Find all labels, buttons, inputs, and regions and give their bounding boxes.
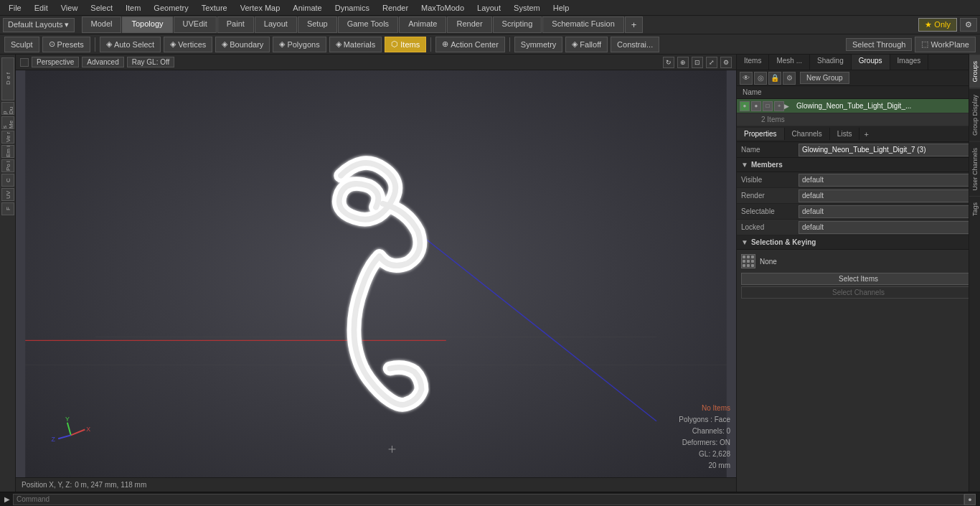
menu-layout[interactable]: Layout bbox=[471, 2, 507, 14]
menu-maxtomodo[interactable]: MaxToModo bbox=[415, 2, 470, 14]
menu-animate[interactable]: Animate bbox=[287, 2, 327, 14]
sidebar-f[interactable]: F bbox=[1, 202, 14, 215]
visible-select[interactable]: default ▾ bbox=[798, 174, 976, 187]
menu-view[interactable]: View bbox=[55, 2, 84, 14]
deformers-status: Deformers: ON bbox=[679, 437, 730, 449]
select-through-button[interactable]: Select Through bbox=[846, 38, 912, 51]
menu-file[interactable]: File bbox=[3, 2, 27, 14]
polygons-button[interactable]: ◈ Polygons bbox=[273, 37, 326, 52]
members-header[interactable]: ▼ Members bbox=[737, 158, 980, 172]
menu-edit[interactable]: Edit bbox=[29, 2, 54, 14]
edge-tab-tags[interactable]: Tags bbox=[969, 196, 980, 222]
tab-scripting[interactable]: Scripting bbox=[493, 17, 542, 33]
tab-layout[interactable]: Layout bbox=[255, 17, 297, 33]
viewport-settings-icon[interactable]: ⚙ bbox=[720, 57, 732, 68]
select-channels-button[interactable]: Select Channels bbox=[741, 286, 976, 299]
selectable-select[interactable]: default ▾ bbox=[798, 205, 976, 218]
tab-render[interactable]: Render bbox=[447, 17, 491, 33]
tab-properties[interactable]: Properties bbox=[737, 128, 785, 140]
render-select[interactable]: default ▾ bbox=[798, 189, 976, 202]
menu-geometry[interactable]: Geometry bbox=[148, 2, 194, 14]
tab-groups[interactable]: Groups bbox=[852, 55, 890, 70]
ray-gl-button[interactable]: Ray GL: Off bbox=[127, 57, 175, 67]
symmetry-button[interactable]: Symmetry bbox=[514, 37, 563, 52]
tab-schematic[interactable]: Schematic Fusion bbox=[542, 17, 623, 33]
sidebar-uv[interactable]: UV bbox=[1, 188, 14, 201]
tab-game-tools[interactable]: Game Tools bbox=[338, 17, 399, 33]
add-prop-tab[interactable]: + bbox=[859, 128, 872, 141]
settings-button[interactable]: ⚙ bbox=[960, 18, 977, 32]
tab-setup[interactable]: Setup bbox=[298, 17, 337, 33]
sidebar-pol[interactable]: Po l bbox=[1, 159, 14, 172]
tab-shading[interactable]: Shading bbox=[810, 55, 852, 70]
menu-system[interactable]: System bbox=[508, 2, 546, 14]
tab-topology[interactable]: Topology bbox=[122, 17, 172, 33]
viewport-rotate-icon[interactable]: ↻ bbox=[663, 57, 674, 68]
locked-select[interactable]: default ▾ bbox=[798, 221, 976, 234]
menu-help[interactable]: Help bbox=[547, 2, 575, 14]
new-group-button[interactable]: New Group bbox=[800, 72, 849, 84]
sidebar-c[interactable]: C bbox=[1, 174, 14, 187]
sculpt-button[interactable]: Sculpt bbox=[4, 37, 39, 52]
sidebar-mesh[interactable]: Me s bbox=[1, 116, 14, 129]
sidebar-em[interactable]: Em i bbox=[1, 145, 14, 158]
edge-tab-group-display[interactable]: Group Display bbox=[969, 88, 980, 141]
tab-lists[interactable]: Lists bbox=[830, 128, 860, 140]
auto-select-button[interactable]: ◈ Auto Select bbox=[100, 37, 161, 52]
sidebar-toggle[interactable]: D e f bbox=[1, 57, 14, 100]
action-center-button[interactable]: ⊕ Action Center bbox=[435, 37, 505, 52]
falloff-button[interactable]: ◈ Falloff bbox=[565, 37, 608, 52]
select-items-button[interactable]: Select Items bbox=[741, 273, 976, 285]
menu-vertex-map[interactable]: Vertex Map bbox=[235, 2, 286, 14]
group-render-icon[interactable]: ● bbox=[751, 101, 761, 111]
workplane-button[interactable]: ⬚ WorkPlane bbox=[915, 37, 976, 52]
tab-items[interactable]: Items bbox=[737, 55, 769, 70]
viewport-menu-icon[interactable] bbox=[20, 58, 29, 67]
viewport-3d[interactable]: X Y Z No Items Polygons : Face Channels:… bbox=[16, 70, 736, 477]
items-button[interactable]: ⬡ Items bbox=[385, 37, 426, 52]
render-label: Render bbox=[741, 192, 798, 200]
group-lock-icon[interactable]: □ bbox=[763, 101, 773, 111]
tab-mesh[interactable]: Mesh ... bbox=[769, 55, 810, 70]
sidebar-vert[interactable]: Ve r bbox=[1, 131, 14, 144]
edge-tab-groups[interactable]: Groups bbox=[969, 55, 980, 88]
menu-texture[interactable]: Texture bbox=[196, 2, 233, 14]
name-input[interactable] bbox=[798, 144, 976, 156]
group-item-neon[interactable]: ● ● □ + ▶ Glowing_Neon_Tube_Light_Digit_… bbox=[737, 99, 980, 113]
presets-button[interactable]: ⊙ Presets bbox=[42, 37, 90, 52]
tab-uvedit[interactable]: UVEdit bbox=[174, 17, 217, 33]
tab-model[interactable]: Model bbox=[82, 17, 122, 33]
viewport-expand-icon[interactable]: ⤢ bbox=[706, 57, 717, 68]
menu-dynamics[interactable]: Dynamics bbox=[329, 2, 375, 14]
menu-select[interactable]: Select bbox=[85, 2, 118, 14]
tab-paint[interactable]: Paint bbox=[217, 17, 254, 33]
tab-channels[interactable]: Channels bbox=[785, 128, 830, 140]
groups-settings-icon[interactable]: ⚙ bbox=[783, 72, 796, 85]
menu-render[interactable]: Render bbox=[377, 2, 414, 14]
tab-images[interactable]: Images bbox=[890, 55, 929, 70]
groups-render-icon[interactable]: ◎ bbox=[754, 72, 767, 85]
groups-eye-icon[interactable]: 👁 bbox=[740, 72, 753, 85]
viewport-zoom-icon[interactable]: ⊕ bbox=[677, 57, 689, 68]
constraints-button[interactable]: Constrai... bbox=[611, 37, 659, 52]
groups-lock-icon[interactable]: 🔒 bbox=[768, 72, 781, 85]
command-submit-button[interactable]: ● bbox=[964, 494, 976, 505]
edge-tab-user-channels[interactable]: User Channels bbox=[969, 141, 980, 197]
advanced-button[interactable]: Advanced bbox=[82, 57, 123, 67]
add-tab-button[interactable]: + bbox=[625, 17, 644, 33]
vertices-button[interactable]: ◈ Vertices bbox=[164, 37, 212, 52]
selection-keying-header[interactable]: ▼ Selection & Keying bbox=[737, 235, 980, 250]
menu-item[interactable]: Item bbox=[120, 2, 146, 14]
boundary-button[interactable]: ◈ Boundary bbox=[215, 37, 270, 52]
group-visible-icon[interactable]: ● bbox=[740, 101, 750, 111]
perspective-button[interactable]: Perspective bbox=[32, 57, 79, 67]
materials-button[interactable]: ◈ Materials bbox=[329, 37, 382, 52]
visible-row: Visible default ▾ bbox=[737, 172, 980, 188]
viewport-fit-icon[interactable]: ⊡ bbox=[692, 57, 703, 68]
star-only-button[interactable]: ★ Only bbox=[918, 18, 957, 32]
group-unknown-icon[interactable]: + bbox=[774, 101, 784, 111]
command-input[interactable] bbox=[13, 494, 964, 505]
tab-animate[interactable]: Animate bbox=[399, 17, 446, 33]
layout-dropdown[interactable]: Default Layouts ▾ bbox=[3, 18, 75, 32]
sidebar-dup[interactable]: Du p bbox=[1, 102, 14, 115]
